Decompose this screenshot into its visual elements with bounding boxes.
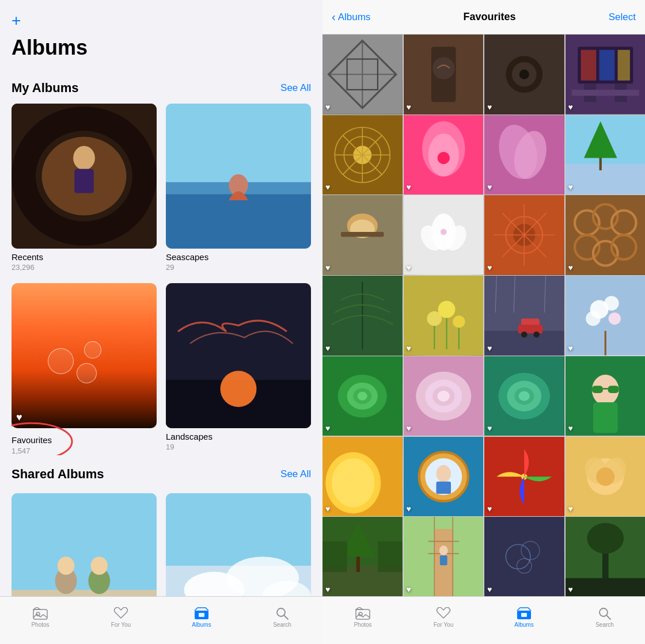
grid-photo-12[interactable]: ♥ <box>566 195 646 275</box>
right-tab-photos-label: Photos <box>354 622 371 628</box>
album-item-landscapes[interactable]: Landscapes 19 <box>166 283 311 455</box>
grid-photo-10[interactable]: ♥ <box>404 195 484 275</box>
left-tab-photos[interactable]: Photos <box>20 607 60 628</box>
svg-rect-71 <box>341 232 384 237</box>
grid-photo-5-img <box>322 115 403 195</box>
grid-photo-22-img <box>404 437 484 517</box>
grid-photo-20[interactable]: ♥ <box>566 356 646 436</box>
left-panel: + Albums My Albums See All <box>0 0 322 644</box>
grid-photo-20-img <box>566 356 646 436</box>
heart-1: ♥ <box>325 102 330 112</box>
right-tab-foryou[interactable]: For You <box>423 607 464 628</box>
svg-rect-156 <box>378 542 403 572</box>
left-tab-search[interactable]: Search <box>262 607 302 628</box>
grid-photo-27[interactable]: ♥ <box>484 517 564 596</box>
svg-rect-28 <box>199 613 204 617</box>
heart-18: ♥ <box>407 424 411 433</box>
grid-photo-26[interactable]: ♥ <box>404 517 484 596</box>
left-tab-albums[interactable]: Albums <box>181 607 222 628</box>
grid-photo-14[interactable]: ♥ <box>404 276 484 356</box>
grid-photo-16[interactable]: ♥ <box>566 276 646 356</box>
grid-photo-16-img <box>566 276 646 356</box>
album-item-seascapes[interactable]: Seascapes 29 <box>166 104 311 272</box>
svg-rect-14 <box>12 590 157 596</box>
left-tab-bar: Photos For You Albums Search <box>0 596 322 644</box>
photos-icon <box>33 607 48 620</box>
svg-rect-177 <box>521 613 527 617</box>
grid-photo-21-img <box>322 437 403 517</box>
svg-point-171 <box>587 523 624 554</box>
grid-photo-28[interactable]: ♥ <box>566 517 646 596</box>
grid-photo-18[interactable]: ♥ <box>404 356 484 436</box>
grid-photo-3-img <box>484 35 564 115</box>
grid-photo-11-img <box>484 195 564 275</box>
grid-photo-3[interactable]: ♥ <box>484 35 564 115</box>
grid-photo-27-img <box>484 517 564 596</box>
svg-rect-24 <box>33 609 47 619</box>
recents-name: Recents <box>12 252 157 262</box>
heart-23: ♥ <box>487 504 492 513</box>
album-item-recents[interactable]: Recents 23,296 <box>12 104 157 272</box>
grid-photo-4[interactable]: ♥ <box>566 35 646 115</box>
grid-photo-8[interactable]: ♥ <box>566 115 646 195</box>
grid-photo-9-img <box>322 195 403 275</box>
grid-photo-1[interactable]: ♥ <box>322 35 403 115</box>
shared-see-all[interactable]: See All <box>280 468 311 480</box>
right-tab-photos[interactable]: Photos <box>343 607 383 628</box>
select-button[interactable]: Select <box>609 12 636 23</box>
right-tab-search[interactable]: Search <box>585 607 625 628</box>
shared-album-2[interactable] <box>166 493 311 596</box>
my-albums-see-all[interactable]: See All <box>280 82 311 94</box>
grid-photo-8-img <box>566 115 646 195</box>
heart-20: ♥ <box>568 424 573 433</box>
grid-photo-15[interactable]: ♥ <box>484 276 564 356</box>
shared-album-1[interactable] <box>12 493 157 596</box>
svg-rect-47 <box>599 50 614 81</box>
album-thumb-seascapes <box>166 104 311 249</box>
left-scroll: My Albums See All Recents 23,296 <box>0 75 322 596</box>
svg-rect-103 <box>518 325 543 333</box>
shared-grid <box>12 493 311 596</box>
grid-photo-9[interactable]: ♥ <box>322 195 403 275</box>
heart-6: ♥ <box>407 182 411 192</box>
albums-icon-left <box>194 607 209 620</box>
my-albums-header: My Albums See All <box>12 81 311 96</box>
heart-9: ♥ <box>325 263 330 272</box>
grid-photo-21[interactable]: ♥ <box>322 437 403 517</box>
add-button[interactable]: + <box>12 12 21 30</box>
svg-point-129 <box>519 391 530 401</box>
heart-7: ♥ <box>487 182 492 192</box>
svg-point-40 <box>519 70 529 79</box>
album-thumb-favourites: ♥ <box>12 283 157 428</box>
grid-photo-19[interactable]: ♥ <box>484 356 564 436</box>
grid-photo-2[interactable]: ♥ <box>404 35 484 115</box>
grid-photo-5[interactable]: ♥ <box>322 115 403 195</box>
svg-rect-173 <box>356 609 370 619</box>
album-item-favourites[interactable]: ♥ Favourites 1,547 <box>12 283 157 455</box>
svg-rect-13 <box>12 493 157 596</box>
for-you-icon <box>113 607 128 620</box>
grid-photo-17[interactable]: ♥ <box>322 356 403 436</box>
svg-rect-155 <box>322 542 347 572</box>
grid-photo-22[interactable]: ♥ <box>404 437 484 517</box>
heart-28: ♥ <box>568 585 573 594</box>
right-tab-albums-label: Albums <box>514 622 533 628</box>
svg-point-111 <box>604 296 619 311</box>
left-tab-foryou[interactable]: For You <box>101 607 141 628</box>
grid-photo-7[interactable]: ♥ <box>484 115 564 195</box>
right-tab-albums[interactable]: Albums <box>504 607 544 628</box>
shared-photo-1 <box>12 493 157 596</box>
grid-photo-24[interactable]: ♥ <box>566 437 646 517</box>
seascapes-photo <box>166 104 311 249</box>
svg-rect-4 <box>74 169 94 193</box>
grid-photo-6[interactable]: ♥ <box>404 115 484 195</box>
grid-photo-11[interactable]: ♥ <box>484 195 564 275</box>
svg-rect-133 <box>608 386 619 393</box>
svg-point-95 <box>438 301 455 318</box>
grid-photo-25[interactable]: ♥ <box>322 517 403 596</box>
back-button[interactable]: ‹ Albums <box>332 10 370 24</box>
grid-photo-13[interactable]: ♥ <box>322 276 403 356</box>
grid-photo-23[interactable]: ♥ <box>484 437 564 517</box>
heart-16: ♥ <box>568 344 573 353</box>
grid-photo-28-img <box>566 517 646 596</box>
